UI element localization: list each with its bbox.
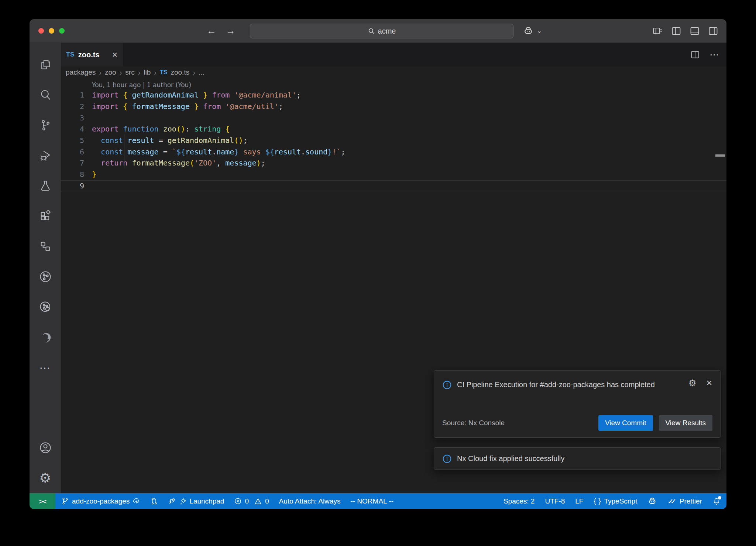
code-text: import { getRandomAnimal } from '@acme/a… (92, 91, 301, 99)
tab-close-icon[interactable]: ✕ (112, 51, 118, 59)
tab-zoo-ts[interactable]: TS zoo.ts ✕ (61, 43, 123, 66)
git-branch-status[interactable]: add-zoo-packages (61, 497, 140, 505)
extensions-icon[interactable] (30, 201, 61, 231)
minimize-window-button[interactable] (49, 28, 54, 34)
errors-icon (234, 497, 242, 505)
breadcrumb-item[interactable]: zoo (105, 68, 116, 76)
run-debug-icon[interactable] (30, 140, 61, 171)
indentation-status[interactable]: Spaces: 2 (504, 497, 535, 505)
code-text: import { formatMessage } from '@acme/uti… (92, 102, 283, 111)
nx-project-graph-icon[interactable] (30, 262, 61, 292)
back-button[interactable]: ← (207, 25, 216, 37)
status-bar: >< add-zoo-packages (30, 493, 726, 509)
breadcrumb-file[interactable]: zoo.ts (171, 68, 189, 76)
notification-close-icon[interactable]: ✕ (706, 379, 712, 388)
git-branch-icon (61, 497, 69, 505)
breadcrumb-separator-icon: › (138, 68, 141, 77)
close-window-button[interactable] (38, 28, 44, 34)
source-control-status[interactable] (150, 497, 158, 505)
eol-status[interactable]: LF (575, 497, 583, 505)
overview-ruler-mark (715, 154, 725, 157)
testing-icon[interactable] (30, 171, 61, 201)
split-editor-icon[interactable] (690, 50, 700, 59)
source-control-icon[interactable] (30, 110, 61, 140)
line-number: 7 (61, 158, 92, 167)
tab-label: zoo.ts (78, 51, 100, 59)
notification-source: Source: Nx Console (442, 419, 505, 427)
notification-toast: Nx Cloud fix applied successfully (434, 447, 721, 470)
breadcrumb-symbol-more[interactable]: ... (199, 68, 205, 76)
more-views-icon[interactable]: ⋯ (30, 352, 61, 383)
language-mode-status[interactable]: { } TypeScript (594, 497, 637, 505)
auto-attach-status[interactable]: Auto Attach: Always (279, 497, 341, 505)
copilot-status[interactable] (647, 496, 657, 506)
customize-layout-icon[interactable] (653, 26, 663, 36)
warning-count: 0 (265, 497, 269, 505)
code-line[interactable]: 7 return formatMessage('ZOO', message); (61, 157, 726, 169)
code-line[interactable]: 6 const message = `${result.name} says $… (61, 146, 726, 157)
maximize-window-button[interactable] (59, 28, 65, 34)
notification-toast: CI Pipeline Execution for #add-zoo-packa… (434, 370, 721, 438)
code-line[interactable]: 1import { getRandomAnimal } from '@acme/… (61, 89, 726, 101)
notification-badge-dot (718, 496, 721, 499)
command-center-search[interactable]: acme (250, 24, 513, 38)
notification-settings-gear-icon[interactable]: ⚙ (688, 378, 697, 388)
traffic-lights (38, 28, 65, 34)
code-text: export function zoo(): string { (92, 124, 230, 133)
codelens-annotation[interactable]: You, 1 hour ago | 1 author (You) (92, 81, 726, 89)
code-line[interactable]: 2import { formatMessage } from '@acme/ut… (61, 101, 726, 112)
encoding-status[interactable]: UTF-8 (545, 497, 565, 505)
breadcrumb-separator-icon: › (120, 68, 122, 77)
chevron-down-icon[interactable]: ⌄ (537, 27, 542, 35)
code-line[interactable]: 8} (61, 169, 726, 180)
search-sidebar-icon[interactable] (30, 80, 61, 110)
code-line[interactable]: 9 (61, 180, 726, 192)
nx-console-icon[interactable] (30, 231, 61, 262)
tab-bar: TS zoo.ts ✕ ⋯ (61, 43, 726, 66)
problems-status[interactable]: 0 0 (234, 497, 269, 505)
breadcrumb-separator-icon: › (154, 68, 157, 77)
braces-icon: { } (594, 497, 601, 505)
code-text: return formatMessage('ZOO', message); (92, 158, 265, 167)
line-number: 1 (61, 91, 92, 99)
breadcrumb-item[interactable]: src (125, 68, 134, 76)
toggle-panel-icon[interactable] (690, 26, 700, 36)
copilot-icon[interactable] (523, 25, 534, 37)
breadcrumb-item[interactable]: lib (144, 68, 151, 76)
prettier-status[interactable]: ✓✓ Prettier (667, 497, 702, 506)
code-line[interactable]: 4export function zoo(): string { (61, 123, 726, 135)
forward-button[interactable]: → (226, 25, 236, 37)
warnings-icon (254, 497, 262, 505)
accounts-icon[interactable] (30, 433, 61, 463)
view-results-button[interactable]: View Results (659, 415, 712, 431)
branch-name: add-zoo-packages (72, 497, 130, 505)
code-text: } (92, 170, 96, 179)
vim-mode-status[interactable]: -- NORMAL -- (350, 497, 393, 505)
launchpad-label: Launchpad (189, 497, 224, 505)
launchpad-status[interactable]: Launchpad (168, 497, 224, 505)
explorer-icon[interactable] (30, 50, 61, 80)
code-line[interactable]: 5 const result = getRandomAnimal(); (61, 135, 726, 146)
breadcrumb-item[interactable]: packages (66, 68, 96, 76)
activity-bar: ⋯ ⚙ (30, 43, 61, 493)
notification-message: CI Pipeline Execution for #add-zoo-packa… (457, 378, 655, 392)
toggle-secondary-sidebar-icon[interactable] (708, 26, 718, 36)
notifications-bell[interactable] (712, 497, 721, 505)
code-line[interactable]: 3 (61, 112, 726, 123)
rocket-icon (168, 497, 176, 505)
view-commit-button[interactable]: View Commit (598, 415, 653, 431)
code-text: const result = getRandomAnimal(); (92, 136, 248, 145)
edge-browser-icon[interactable] (30, 322, 61, 352)
editor-more-actions-icon[interactable]: ⋯ (709, 49, 719, 61)
settings-gear-icon[interactable]: ⚙ (30, 463, 61, 493)
search-icon (368, 27, 375, 35)
double-check-icon: ✓✓ (667, 497, 677, 506)
toggle-primary-sidebar-icon[interactable] (671, 26, 681, 36)
pull-request-icon (150, 497, 158, 505)
typescript-file-icon: TS (66, 51, 75, 58)
breadcrumb: packages › zoo › src › lib › TS zoo.ts ›… (61, 66, 726, 78)
nx-cloud-icon[interactable] (30, 292, 61, 322)
titlebar: ← → acme ⌄ (30, 19, 726, 43)
copilot-icon (647, 496, 657, 506)
remote-indicator[interactable]: >< (30, 493, 55, 509)
